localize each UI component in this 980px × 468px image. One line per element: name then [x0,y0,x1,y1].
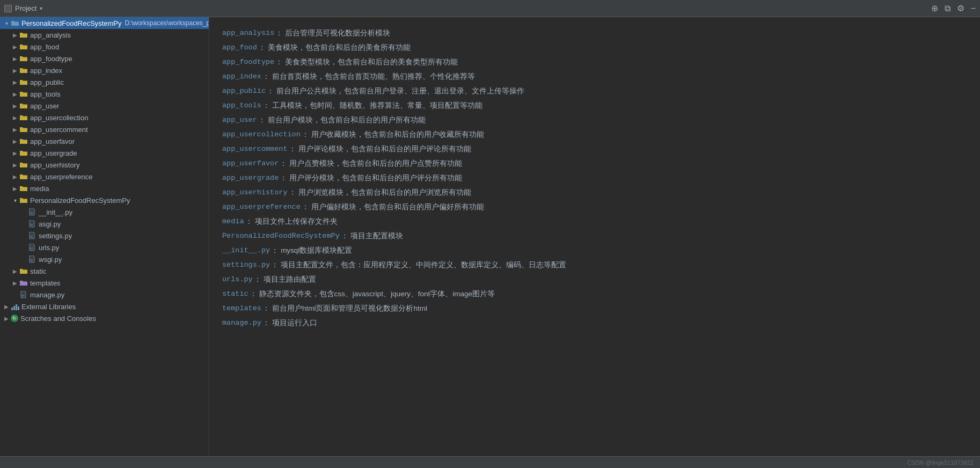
title-dropdown-arrow[interactable]: ▾ [40,5,42,11]
title-text: Project [15,4,36,12]
item-label-app-food: app_food [30,43,59,51]
tree-item-app-userfavor[interactable]: ▶ app_userfavor [0,135,209,147]
item-label-manage-py: manage.py [30,291,64,299]
tree-item-app-tools[interactable]: ▶ app_tools [0,88,209,100]
tree-item-settings-py[interactable]: ▶ py settings.py [0,230,209,242]
desc-line-app-analysis: app_analysis：后台管理员可视化数据分析模块 [222,26,967,40]
folder-icon-app-userhistory [19,161,28,169]
tree-item-app-userpreference[interactable]: ▶ app_userpreference [0,171,209,182]
folder-icon-app-tools [19,90,28,98]
tree-item-manage-py[interactable]: ▶ py manage.py [0,289,209,301]
tree-item-app-usercollection[interactable]: ▶ app_usercollection [0,112,209,123]
desc-line-static: static：静态资源文件夹，包含css、javascript、jquery、f… [222,287,967,301]
expand-arrow-app-userpreference: ▶ [11,174,19,180]
desc-line-settings-py: settings.py：项目主配置文件，包含：应用程序定义、中间件定义、数据库定… [222,258,967,272]
item-label-app-usergrade: app_usergrade [30,149,77,157]
desc-line-app-user: app_user：前台用户模块，包含前台和后台的用户所有功能 [222,113,967,127]
tree-item-pfsrsp-sub[interactable]: ▾ PersonalizedFoodRecSystemPy [0,194,209,206]
globe-icon[interactable]: ⊕ [931,3,938,13]
expand-arrow-app-tools: ▶ [11,91,19,97]
item-label-wsgi-py: wsgi.py [39,255,62,264]
desc-line-pfsrsp: PersonalizedFoodRecSystemPy：项目主配置模块 [222,229,967,243]
tree-item-root[interactable]: ▾ PersonalizedFoodRecSystemPy D:\workspa… [0,17,209,29]
tree-item-app-usergrade[interactable]: ▶ app_usergrade [0,147,209,159]
tree-item-app-foodtype[interactable]: ▶ app_foodtype [0,53,209,64]
item-label-urls-py: urls.py [39,244,59,252]
expand-arrow-app-public: ▶ [11,79,19,85]
item-label-init-py: __init__.py [39,208,72,216]
tree-item-app-index[interactable]: ▶ app_index [0,64,209,76]
item-label-app-userhistory: app_userhistory [30,161,80,169]
tree-item-app-user[interactable]: ▶ app_user [0,100,209,112]
expand-arrow-app-foodtype: ▶ [11,56,19,62]
description-panel: app_analysis：后台管理员可视化数据分析模块 app_food：美食模… [209,17,980,456]
svg-text:py: py [30,258,33,261]
tree-item-wsgi-py[interactable]: ▶ py wsgi.py [0,253,209,265]
title-bar-right: ⊕ ⧉ ⚙ − [931,3,976,13]
tree-item-app-userhistory[interactable]: ▶ app_userhistory [0,159,209,171]
file-icon-settings-py: py [28,232,36,239]
desc-line-app-usercomment: app_usercomment：用户评论模块，包含前台和后台的用户评论所有功能 [222,142,967,156]
item-label-templates: templates [30,279,60,287]
folder-icon-app-userfavor [19,137,28,145]
tree-item-external-libs[interactable]: ▶ External Libraries [0,301,209,312]
svg-text:py: py [30,211,33,214]
expand-arrow-static: ▶ [11,268,19,274]
barchart-icon-external-libs [11,303,19,310]
file-icon-manage-py: py [19,291,28,298]
folder-icon-app-index [19,67,28,74]
folder-icon-app-userpreference [19,173,28,180]
expand-arrow-app-userhistory: ▶ [11,162,19,168]
footer-copyright: CSDN @linge511873822 [907,459,974,466]
desc-line-app-userpreference: app_userpreference：用户偏好模块，包含前台和后台的用户偏好所有… [222,200,967,214]
desc-line-media: media：项目文件上传保存文件夹 [222,214,967,229]
expand-arrow-app-usercomment: ▶ [11,127,19,133]
expand-arrow-app-analysis: ▶ [11,32,19,38]
tree-item-templates[interactable]: ▶ templates [0,277,209,289]
tree-item-app-public[interactable]: ▶ app_public [0,76,209,88]
expand-arrow-app-food: ▶ [11,44,19,50]
desc-line-templates: templates：前台用户html页面和管理员可视化数据分析html [222,301,967,316]
gear-icon[interactable]: ⚙ [957,3,964,13]
item-label-app-usercollection: app_usercollection [30,114,88,122]
file-icon-wsgi-py: py [28,255,36,263]
desc-line-app-index: app_index：前台首页模块，包含前台首页功能、熟们推荐、个性化推荐等 [222,69,967,84]
item-label-app-user: app_user [30,102,59,110]
desc-line-app-tools: app_tools：工具模块，包时间、随机数、推荐算法、常量、项目配置等功能 [222,98,967,113]
tree-item-app-analysis[interactable]: ▶ app_analysis [0,29,209,41]
item-label-app-userfavor: app_userfavor [30,137,75,145]
expand-arrow-external-libs: ▶ [2,304,11,310]
expand-arrow-media: ▶ [11,186,19,192]
tree-item-init-py[interactable]: ▶ py __init__.py [0,206,209,218]
minimize-icon[interactable]: − [971,4,976,13]
file-icon-init-py: py [28,208,36,216]
tree-item-media[interactable]: ▶ media [0,182,209,194]
item-label-pfsrsp-sub: PersonalizedFoodRecSystemPy [30,196,130,204]
folder-icon-media [19,185,28,192]
tree-item-app-food[interactable]: ▶ app_food [0,41,209,53]
item-label-app-analysis: app_analysis [30,31,71,39]
desc-line-app-foodtype: app_foodtype：美食类型模块，包含前台和后台的美食类型所有功能 [222,55,967,69]
folder-icon-app-analysis [19,31,28,39]
file-icon-asgi-py: py [28,220,36,228]
expand-arrow-root: ▾ [2,20,11,26]
path-label-root: D:\workspaces\workspaces_python\Personal… [125,19,209,27]
desc-line-app-userhistory: app_userhistory：用户浏览模块，包含前台和后台的用户浏览所有功能 [222,185,967,200]
tree-item-asgi-py[interactable]: ▶ py asgi.py [0,218,209,230]
expand-arrow-app-usergrade: ▶ [11,150,19,156]
folder-icon-app-usercomment [19,126,28,133]
title-bar: Project ▾ ⊕ ⧉ ⚙ − [0,0,980,17]
tree-item-static[interactable]: ▶ static [0,265,209,277]
folder-icon-app-foodtype [19,55,28,62]
item-label-external-libs: External Libraries [21,303,76,311]
svg-text:py: py [30,246,33,250]
tree-item-urls-py[interactable]: ▶ py urls.py [0,242,209,253]
desc-line-app-userfavor: app_userfavor：用户点赞模块，包含前台和后台的用户点赞所有功能 [222,156,967,171]
tree-item-app-usercomment[interactable]: ▶ app_usercomment [0,123,209,135]
item-label-root: PersonalizedFoodRecSystemPy [21,19,121,27]
desc-line-app-food: app_food：美食模块，包含前台和后台的美食所有功能 [222,40,967,55]
restore-icon[interactable]: ⧉ [945,4,950,13]
tree-item-scratches[interactable]: ▶ Scratches and Consoles [0,312,209,324]
expand-arrow-app-user: ▶ [11,103,19,109]
item-label-media: media [30,185,49,193]
